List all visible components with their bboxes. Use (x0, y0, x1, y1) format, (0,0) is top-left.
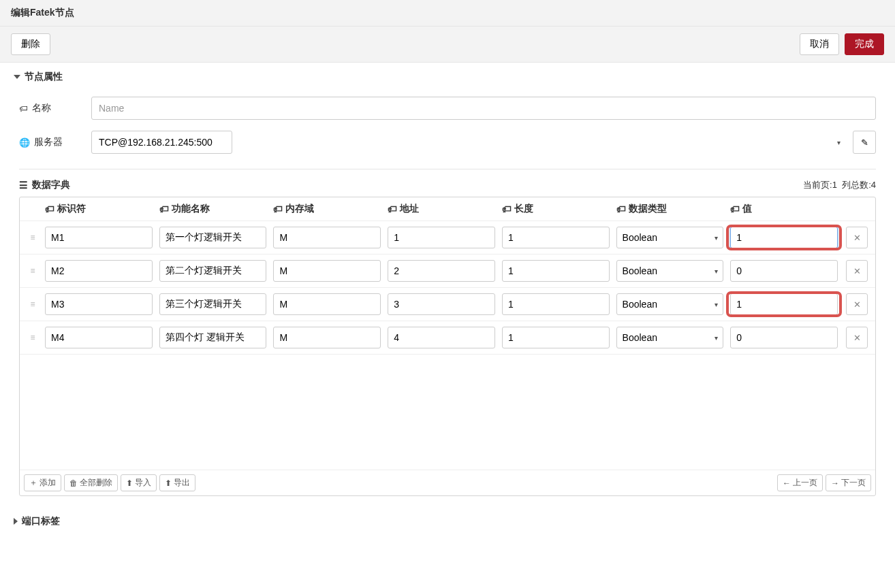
memory-input[interactable] (273, 293, 381, 315)
length-input[interactable] (502, 293, 610, 315)
address-input[interactable] (388, 260, 495, 282)
datatype-select[interactable]: Boolean (616, 327, 724, 348)
port-labels-toggle[interactable]: 端口标签 (0, 507, 895, 536)
table-row: ≡Boolean✕ (20, 221, 875, 255)
table-row: ≡Boolean✕ (20, 321, 875, 355)
arrow-right-icon: → (831, 478, 839, 488)
chevron-down-icon (14, 75, 20, 79)
next-page-button[interactable]: →下一页 (826, 474, 871, 491)
page-info: 当前页:1 列总数:4 (803, 179, 876, 191)
value-input[interactable] (730, 327, 838, 348)
address-input[interactable] (388, 327, 495, 348)
function-name-input[interactable] (159, 227, 267, 248)
datatype-select[interactable]: Boolean (616, 260, 724, 282)
length-input[interactable] (502, 227, 610, 248)
address-input[interactable] (388, 293, 495, 315)
close-icon: ✕ (853, 266, 861, 276)
identifier-input[interactable] (45, 293, 153, 315)
name-input[interactable] (91, 97, 876, 120)
arrow-left-icon: ← (783, 478, 791, 488)
list-icon: ☰ (19, 180, 28, 191)
tag-icon: 🏷 (45, 203, 54, 214)
grid-footer: ＋添加 🗑全部删除 ⬆导入 ⬆导出 ←上一页 →下一页 (20, 470, 875, 495)
globe-icon: 🌐 (19, 137, 30, 148)
delete-all-button[interactable]: 🗑全部删除 (64, 474, 118, 491)
close-icon: ✕ (853, 233, 861, 243)
port-labels-label: 端口标签 (22, 515, 60, 527)
drag-handle[interactable]: ≡ (24, 233, 40, 242)
cancel-button[interactable]: 取消 (800, 33, 839, 55)
identifier-input[interactable] (45, 260, 153, 282)
drag-handle[interactable]: ≡ (24, 333, 40, 342)
server-label: 服务器 (34, 136, 63, 148)
value-input[interactable] (730, 227, 838, 248)
name-label: 名称 (32, 102, 51, 114)
memory-input[interactable] (273, 227, 381, 248)
function-name-input[interactable] (159, 260, 267, 282)
table-row: ≡Boolean✕ (20, 288, 875, 321)
close-icon: ✕ (853, 333, 861, 343)
delete-row-button[interactable]: ✕ (846, 327, 868, 348)
delete-row-button[interactable]: ✕ (846, 293, 868, 315)
delete-row-button[interactable]: ✕ (846, 227, 868, 248)
pencil-icon: ✎ (861, 137, 868, 148)
drag-handle[interactable]: ≡ (24, 299, 40, 309)
chevron-right-icon (14, 518, 18, 525)
tag-icon: 🏷 (273, 203, 283, 214)
tag-icon: 🏷 (19, 103, 28, 114)
done-button[interactable]: 完成 (845, 33, 884, 55)
value-input[interactable] (730, 293, 838, 315)
drag-handle[interactable]: ≡ (24, 266, 40, 276)
prev-page-button[interactable]: ←上一页 (777, 474, 823, 491)
tag-icon: 🏷 (730, 203, 740, 214)
datatype-select[interactable]: Boolean (616, 293, 724, 315)
node-properties-toggle[interactable]: 节点属性 (0, 63, 895, 91)
memory-input[interactable] (273, 327, 381, 348)
tag-icon: 🏷 (159, 203, 169, 214)
identifier-input[interactable] (45, 227, 153, 248)
length-input[interactable] (502, 327, 610, 348)
close-icon: ✕ (853, 299, 861, 310)
edit-server-button[interactable]: ✎ (853, 131, 876, 154)
datatype-select[interactable]: Boolean (616, 227, 724, 248)
form-row-name: 🏷 名称 (0, 91, 895, 125)
data-dictionary-label: 数据字典 (32, 179, 70, 191)
length-input[interactable] (502, 260, 610, 282)
value-input[interactable] (730, 260, 838, 282)
identifier-input[interactable] (45, 327, 153, 348)
tag-icon: 🏷 (388, 203, 397, 214)
memory-input[interactable] (273, 260, 381, 282)
download-icon: ⬆ (165, 478, 172, 488)
node-properties-label: 节点属性 (25, 71, 63, 83)
server-select[interactable]: TCP@192.168.21.245:500 (91, 131, 232, 154)
plus-icon: ＋ (29, 477, 37, 489)
upload-icon: ⬆ (126, 478, 133, 488)
form-row-server: 🌐 服务器 TCP@192.168.21.245:500 ✎ (0, 125, 895, 159)
tag-icon: 🏷 (616, 203, 626, 214)
tag-icon: 🏷 (502, 203, 512, 214)
export-button[interactable]: ⬆导出 (159, 474, 195, 491)
page-title: 编辑Fatek节点 (0, 0, 895, 27)
divider (19, 169, 876, 169)
address-input[interactable] (388, 227, 495, 248)
add-row-button[interactable]: ＋添加 (24, 474, 61, 491)
data-grid: 🏷标识符 🏷功能名称 🏷内存域 🏷地址 🏷长度 🏷数据类型 🏷值 ≡Boolea… (19, 197, 876, 496)
import-button[interactable]: ⬆导入 (121, 474, 157, 491)
function-name-input[interactable] (159, 327, 267, 348)
action-bar: 删除 取消 完成 (0, 27, 895, 63)
delete-button[interactable]: 删除 (11, 33, 50, 55)
grid-header: 🏷标识符 🏷功能名称 🏷内存域 🏷地址 🏷长度 🏷数据类型 🏷值 (20, 197, 875, 221)
trash-icon: 🗑 (69, 478, 78, 488)
table-row: ≡Boolean✕ (20, 255, 875, 288)
delete-row-button[interactable]: ✕ (846, 260, 868, 282)
function-name-input[interactable] (159, 293, 267, 315)
